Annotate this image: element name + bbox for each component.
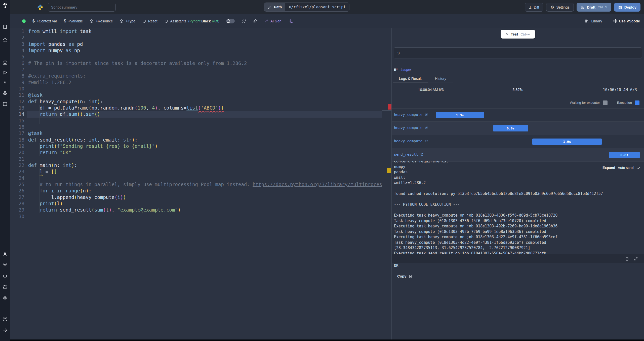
language-status-dot [22, 19, 26, 23]
logs-viewer[interactable]: content of requirements:numpypandaswmill… [392, 161, 644, 254]
home-icon[interactable] [3, 60, 8, 65]
code-line[interactable]: 5 [10, 54, 391, 60]
code-line[interactable]: 11@task [10, 92, 391, 98]
diff-button[interactable]: ± Diff [525, 3, 543, 12]
code-line[interactable]: 3import pandas as pd [10, 41, 391, 47]
line-number: 15 [10, 118, 24, 124]
code-line[interactable]: 2 [10, 35, 391, 41]
path-chip[interactable]: Path u/rfiszel/pleasant_script [264, 3, 349, 12]
calendar-icon[interactable] [3, 101, 8, 106]
script-summary-input[interactable] [48, 3, 116, 12]
eye-icon[interactable] [3, 295, 8, 300]
path-value: u/rfiszel/pleasant_script [285, 3, 349, 11]
log-line: Executing task send_result on job 018e13… [394, 251, 644, 255]
multiplayer-button[interactable] [242, 19, 246, 23]
arg-n-input[interactable] [394, 47, 642, 58]
user-icon[interactable] [3, 251, 8, 256]
add-resource-label: +Resource [96, 19, 113, 23]
task-link[interactable]: heavy_compute [394, 139, 428, 143]
draft-button[interactable]: Draft Ctrl+S [577, 3, 611, 12]
settings-button[interactable]: ⚙ Settings [546, 3, 574, 12]
code-line[interactable]: 10 [10, 86, 391, 92]
clipboard-icon[interactable] [625, 257, 629, 261]
overview-ruler[interactable] [382, 28, 391, 341]
star-icon[interactable] [3, 37, 8, 42]
code-line[interactable]: 30 [10, 213, 391, 220]
format-button[interactable] [253, 19, 257, 23]
add-context-var-button[interactable]: $ +Context Var [32, 19, 57, 23]
ai-gen-button[interactable]: AI Gen [264, 19, 281, 23]
expand-button[interactable]: Expand [602, 166, 615, 170]
code-line[interactable]: 27 l.append(heavy_compute(i)) [10, 194, 391, 200]
folder-icon[interactable] [3, 284, 8, 289]
execution-bar[interactable]: 0.9s [493, 125, 528, 131]
deploy-button[interactable]: Deploy [614, 3, 640, 12]
code-line[interactable]: 22def main(n: int): [10, 162, 391, 168]
code-line[interactable]: 13 df = pd.DataFrame(np.random.randn(100… [10, 105, 391, 111]
copy-result-button[interactable]: Copy [397, 274, 412, 278]
code-line[interactable]: 1from wmill import task [10, 28, 391, 35]
code-line[interactable]: 15 [10, 118, 391, 124]
sparkles-button[interactable] [288, 19, 293, 23]
play-icon[interactable] [3, 70, 8, 75]
help-icon[interactable] [3, 317, 8, 322]
task-link[interactable]: heavy_compute [394, 113, 428, 117]
code-line[interactable]: 7 [10, 66, 391, 73]
library-button[interactable]: Library [585, 19, 602, 23]
code-line[interactable]: 9#wmill>=1.286.2 [10, 79, 391, 86]
code-line[interactable]: 19 print(f"Sending result {res} to {emai… [10, 143, 391, 149]
code-line[interactable]: 23 l = [] [10, 168, 391, 175]
code-line[interactable]: 28 print(l) [10, 200, 391, 207]
code-line[interactable]: 25 # to run things in parallel, simply u… [10, 181, 391, 188]
add-type-button[interactable]: +Type [119, 19, 135, 23]
dollar-icon[interactable] [3, 80, 8, 85]
code-line[interactable]: 24 [10, 175, 391, 181]
task-link[interactable]: send_result [394, 152, 423, 156]
boxes-icon[interactable] [3, 91, 8, 96]
draft-shortcut: Ctrl+S [598, 5, 607, 9]
code-line[interactable]: 21 [10, 156, 391, 162]
code-line[interactable]: 16 [10, 124, 391, 130]
add-resource-button[interactable]: +Resource [90, 19, 113, 23]
add-variable-button[interactable]: $ +Variable [64, 19, 83, 23]
code-line[interactable]: 26 for i in range(n): [10, 188, 391, 194]
test-shortcut: Ctrl+↵ [520, 32, 531, 36]
arrow-right-icon[interactable] [3, 328, 8, 333]
log-line: Executing task heavy_compute on job 018e… [394, 224, 644, 229]
execution-bar[interactable]: 1.9s [532, 139, 602, 145]
argument-label: n* integer [394, 67, 411, 72]
editor-toolbar: $ +Context Var $ +Variable +Resource +Ty… [10, 14, 644, 28]
code-line[interactable]: 4import numpy as np [10, 47, 391, 54]
line-number: 29 [10, 207, 24, 213]
reset-button[interactable]: Reset [142, 19, 157, 23]
windmill-logo[interactable] [2, 3, 8, 11]
code-line[interactable]: 6# The pin is important since task is a … [10, 60, 391, 66]
execution-bar[interactable]: 1.3s [436, 112, 484, 118]
assistant-toggle[interactable] [226, 19, 235, 23]
tab-logs-result[interactable]: Logs & Result [393, 75, 428, 83]
code-line[interactable]: 14 return df.sum().sum() [10, 111, 391, 117]
external-link-icon [425, 126, 428, 129]
execution-bar[interactable]: 0.8s [609, 152, 640, 158]
autoscroll-toggle[interactable]: Auto scroll [618, 166, 634, 170]
building-icon[interactable] [3, 24, 8, 29]
code-line[interactable]: 8#extra_requirements: [10, 73, 391, 79]
line-number: 28 [10, 200, 24, 207]
line-number: 5 [10, 54, 24, 60]
task-link[interactable]: heavy_compute [394, 126, 428, 130]
robot-icon[interactable] [3, 273, 8, 278]
code-line[interactable]: 17@task [10, 130, 391, 137]
code-line[interactable]: 18def send_result(res: int, email: str): [10, 137, 391, 143]
tab-history[interactable]: History [428, 75, 453, 83]
code-line[interactable]: 12def heavy_compute(n: int): [10, 98, 391, 105]
assistants-button[interactable]: Assistants (Pyright Black Ruff) [164, 19, 219, 23]
code-line[interactable]: 29 return send_result(sum(l), "example@e… [10, 207, 391, 213]
line-number: 7 [10, 66, 24, 73]
use-vscode-button[interactable]: Use VScode [613, 19, 640, 23]
code-editor[interactable]: 1from wmill import task23import pandas a… [10, 28, 391, 341]
top-bar: Path u/rfiszel/pleasant_script ± Diff ⚙ … [10, 0, 644, 14]
expand-icon[interactable] [634, 257, 638, 261]
gear-icon[interactable] [3, 262, 8, 267]
code-line[interactable]: 20 return "OK" [10, 149, 391, 156]
test-button[interactable]: Test Ctrl+↵ [501, 30, 535, 39]
